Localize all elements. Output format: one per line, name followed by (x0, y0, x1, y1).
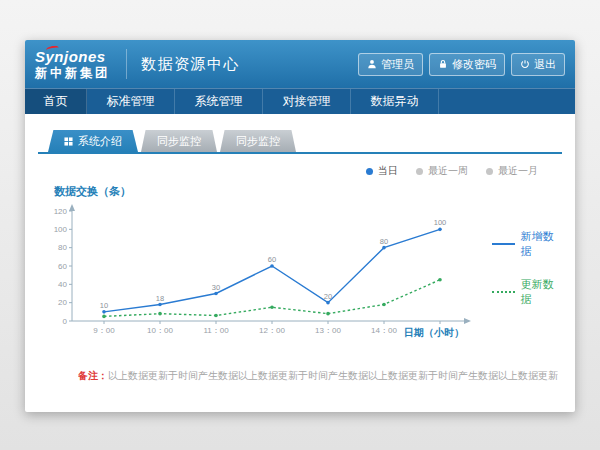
chart-row: 0204060801001209：0010：0011：0012：0013：001… (38, 199, 562, 351)
legend-item-0: 新增数据 (492, 229, 562, 259)
logout-label: 退出 (534, 57, 556, 72)
filter-today-label: 当日 (378, 164, 398, 178)
change-password-button[interactable]: 修改密码 (429, 53, 505, 76)
footnote-label: 备注： (78, 370, 108, 381)
footnote-text: 以上数据更新于时间产生数据以上数据更新于时间产生数据以上数据更新于时间产生数据以… (108, 370, 558, 381)
legend-line-solid-icon (492, 243, 515, 245)
svg-text:18: 18 (156, 294, 164, 303)
series-legend: 新增数据 更新数据 (492, 229, 562, 307)
svg-text:60: 60 (58, 262, 67, 271)
admin-user-label: 管理员 (381, 57, 414, 72)
filter-last-month-label: 最近一月 (498, 164, 538, 178)
filter-last-week-label: 最近一周 (428, 164, 468, 178)
lock-icon (438, 59, 448, 69)
svg-text:100: 100 (434, 218, 447, 227)
svg-text:20: 20 (324, 292, 332, 301)
filter-today[interactable]: 当日 (366, 164, 398, 178)
user-actions: 管理员 修改密码 退出 (358, 53, 565, 76)
svg-text:11：00: 11：00 (203, 326, 229, 335)
brand-logo: Synjones 新中新集团 (35, 49, 110, 80)
legend-line-dotted-icon (492, 291, 515, 293)
svg-text:60: 60 (268, 255, 276, 264)
svg-text:9：00: 9：00 (93, 326, 115, 335)
legend-item-1: 更新数据 (492, 277, 562, 307)
nav-item-standard-mgmt[interactable]: 标准管理 (87, 89, 175, 114)
svg-text:80: 80 (58, 243, 67, 252)
filter-last-month[interactable]: 最近一月 (486, 164, 538, 178)
filter-last-week[interactable]: 最近一周 (416, 164, 468, 178)
svg-text:40: 40 (58, 280, 67, 289)
footnote: 备注：以上数据更新于时间产生数据以上数据更新于时间产生数据以上数据更新于时间产生… (78, 369, 558, 383)
svg-text:10: 10 (100, 301, 108, 310)
svg-text:10：00: 10：00 (147, 326, 173, 335)
nav-item-home[interactable]: 首页 (25, 89, 87, 114)
filter-dot-icon (486, 168, 493, 175)
tab-sync-monitor-1-label: 同步监控 (157, 134, 201, 149)
tab-bar: 系统介绍 同步监控 同步监控 (38, 130, 562, 154)
svg-text:12：00: 12：00 (259, 326, 285, 335)
page-title: 数据资源中心 (126, 49, 240, 79)
nav-item-integration-mgmt[interactable]: 对接管理 (263, 89, 351, 114)
user-icon (367, 59, 377, 69)
svg-text:100: 100 (54, 225, 68, 234)
tab-system-intro-label: 系统介绍 (78, 134, 122, 149)
admin-user-button[interactable]: 管理员 (358, 53, 423, 76)
svg-text:120: 120 (54, 207, 68, 216)
legend-label-new-data: 新增数据 (521, 229, 562, 259)
logo-text-cn: 新中新集团 (35, 67, 110, 80)
desktop-background: Synjones 新中新集团 数据资源中心 管理员 修改密码 退出 (0, 0, 600, 450)
top-header: Synjones 新中新集团 数据资源中心 管理员 修改密码 退出 (25, 40, 575, 88)
tab-system-intro[interactable]: 系统介绍 (48, 130, 138, 152)
change-password-label: 修改密码 (452, 57, 496, 72)
svg-text:日期（小时）: 日期（小时） (404, 327, 464, 338)
svg-text:13：00: 13：00 (315, 326, 341, 335)
svg-text:20: 20 (58, 298, 67, 307)
svg-text:80: 80 (380, 237, 388, 246)
tab-sync-monitor-2[interactable]: 同步监控 (220, 130, 296, 152)
line-chart: 0204060801001209：0010：0011：0012：0013：001… (44, 199, 490, 351)
svg-text:30: 30 (212, 283, 220, 292)
filter-dot-icon (366, 168, 373, 175)
y-axis-title: 数据交换（条） (54, 184, 562, 199)
range-filters: 当日 最近一周 最近一月 (38, 164, 562, 178)
chart-panel: 当日 最近一周 最近一月 数据交换（条） 0204060801001209：00… (38, 154, 562, 383)
legend-label-update-data: 更新数据 (521, 277, 562, 307)
logout-button[interactable]: 退出 (511, 53, 565, 76)
app-window: Synjones 新中新集团 数据资源中心 管理员 修改密码 退出 (25, 40, 575, 412)
grid-icon (64, 137, 73, 146)
power-icon (520, 59, 530, 69)
nav-item-system-mgmt[interactable]: 系统管理 (175, 89, 263, 114)
svg-text:14：00: 14：00 (371, 326, 397, 335)
tab-sync-monitor-2-label: 同步监控 (236, 134, 280, 149)
nav-item-data-change[interactable]: 数据异动 (351, 89, 439, 114)
tab-sync-monitor-1[interactable]: 同步监控 (141, 130, 217, 152)
filter-dot-icon (416, 168, 423, 175)
svg-text:0: 0 (63, 317, 68, 326)
main-nav: 首页 标准管理 系统管理 对接管理 数据异动 (25, 88, 575, 114)
content-area: 系统介绍 同步监控 同步监控 当日 最近一周 (25, 114, 575, 383)
